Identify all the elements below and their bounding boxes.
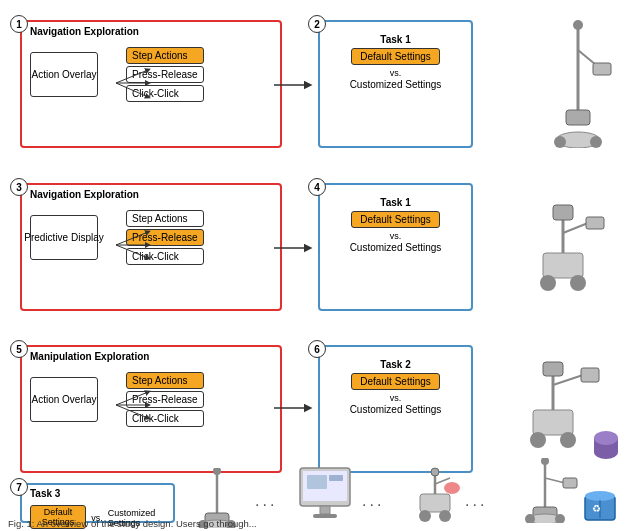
svg-rect-20	[543, 253, 583, 278]
robot-2	[488, 183, 618, 313]
svg-rect-63	[563, 478, 577, 488]
svg-text:♻: ♻	[592, 503, 601, 514]
svg-point-16	[554, 136, 566, 148]
default-settings-3: Default Settings	[351, 373, 440, 390]
robot-3	[488, 340, 628, 470]
exploration-type-3: Manipulation Exploration	[30, 351, 149, 362]
svg-point-57	[541, 458, 549, 465]
action-click-1: Click-Click	[126, 85, 204, 102]
blue-box-1: Task 1 Default Settings vs. Customized S…	[318, 20, 473, 148]
svg-rect-25	[586, 217, 604, 229]
default-settings-2: Default Settings	[351, 211, 440, 228]
ellipsis-2: ...	[362, 492, 384, 510]
actions-column-1: Step Actions Press-Release Click-Click	[126, 47, 204, 102]
circle-6: 6	[308, 340, 326, 358]
computer-bottom	[295, 465, 355, 527]
task-label-4: Task 3	[30, 488, 60, 499]
svg-point-13	[573, 20, 583, 30]
exploration-type-1: Navigation Exploration	[30, 26, 139, 37]
svg-line-18	[578, 50, 596, 65]
svg-rect-32	[581, 368, 599, 382]
action-step-2: Step Actions	[126, 210, 204, 227]
svg-point-28	[530, 432, 546, 448]
svg-rect-27	[533, 410, 573, 435]
svg-point-17	[590, 136, 602, 148]
svg-rect-46	[329, 475, 343, 481]
main-container: 1 Navigation Exploration Action Overlay …	[0, 0, 640, 531]
task-label-2: Task 1	[380, 197, 410, 208]
blue-box-3: Task 2 Default Settings vs. Customized S…	[318, 345, 473, 473]
interface-label-3: Action Overlay	[31, 394, 96, 405]
task-label-3: Task 2	[380, 359, 410, 370]
svg-line-62	[545, 478, 565, 483]
action-click-2: Click-Click	[126, 248, 204, 265]
svg-point-65	[585, 491, 615, 501]
svg-line-24	[563, 223, 588, 233]
customized-settings-2: Customized Settings	[350, 242, 442, 253]
circle-5: 5	[10, 340, 28, 358]
circle-2: 2	[308, 15, 326, 33]
task-label-1: Task 1	[380, 34, 410, 45]
robot-pink-bottom	[405, 462, 465, 524]
svg-rect-47	[320, 506, 330, 514]
actions-column-2: Step Actions Press-Release Click-Click	[126, 210, 204, 265]
action-press-1: Press-Release	[126, 66, 204, 83]
red-box-3: Manipulation Exploration Action Overlay …	[20, 345, 282, 473]
action-step-1: Step Actions	[126, 47, 204, 64]
svg-point-29	[560, 432, 576, 448]
svg-point-50	[419, 510, 431, 522]
interface-label-2: Predictive Display	[24, 232, 103, 243]
interface-box-2: Predictive Display	[30, 215, 98, 260]
interface-box-1: Action Overlay	[30, 52, 98, 97]
actions-column-3: Step Actions Press-Release Click-Click	[126, 372, 204, 427]
default-settings-1: Default Settings	[351, 48, 440, 65]
svg-rect-45	[307, 475, 327, 489]
circle-1: 1	[10, 15, 28, 33]
svg-point-21	[540, 275, 556, 291]
vs-text-3: vs.	[390, 393, 402, 403]
customized-settings-1: Customized Settings	[350, 79, 442, 90]
svg-rect-33	[543, 362, 563, 376]
exploration-type-2: Navigation Exploration	[30, 189, 139, 200]
circle-4: 4	[308, 178, 326, 196]
circle-3: 3	[10, 178, 28, 196]
action-step-3: Step Actions	[126, 372, 204, 389]
circle-7: 7	[10, 478, 28, 496]
svg-point-51	[439, 510, 451, 522]
svg-point-36	[594, 431, 618, 445]
ellipsis-3: ...	[465, 492, 487, 510]
customized-settings-3: Customized Settings	[350, 404, 442, 415]
vs-text-1: vs.	[390, 68, 402, 78]
caption: Fig. 1: An overview of the study design.…	[8, 518, 257, 529]
svg-rect-49	[420, 494, 450, 512]
vs-text-2: vs.	[390, 231, 402, 241]
action-click-3: Click-Click	[126, 410, 204, 427]
action-press-2: Press-Release	[126, 229, 204, 246]
svg-point-22	[570, 275, 586, 291]
robot-1	[488, 20, 618, 150]
ellipsis-1: ...	[255, 492, 277, 510]
svg-point-55	[444, 482, 460, 494]
interface-label-1: Action Overlay	[31, 69, 96, 80]
svg-rect-14	[566, 110, 590, 125]
svg-rect-19	[593, 63, 611, 75]
red-box-1: Navigation Exploration Action Overlay St…	[20, 20, 282, 148]
svg-point-38	[213, 468, 221, 475]
robot-bin-bottom: ♻	[510, 458, 630, 525]
blue-box-2: Task 1 Default Settings vs. Customized S…	[318, 183, 473, 311]
red-box-2: Navigation Exploration Predictive Displa…	[20, 183, 282, 311]
interface-box-3: Action Overlay	[30, 377, 98, 422]
svg-rect-26	[553, 205, 573, 220]
svg-point-54	[431, 468, 439, 476]
blue-box-4: Task 3 Default Settings vs. Customized S…	[20, 483, 175, 523]
svg-rect-48	[313, 514, 337, 518]
action-press-3: Press-Release	[126, 391, 204, 408]
